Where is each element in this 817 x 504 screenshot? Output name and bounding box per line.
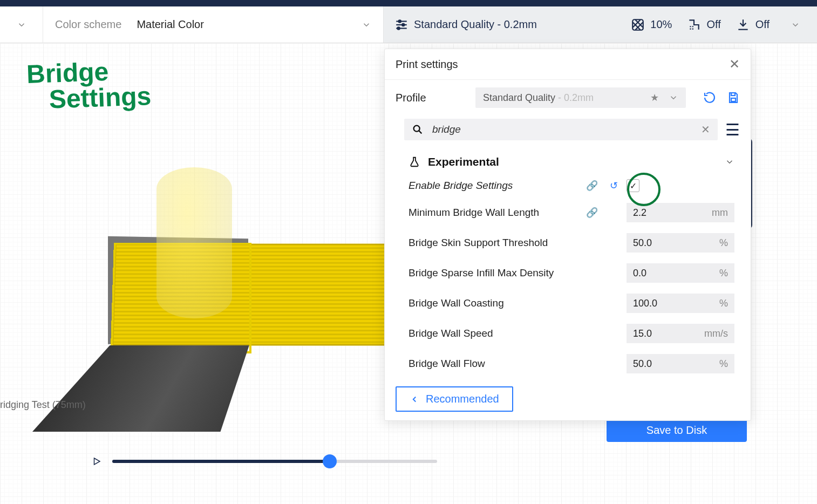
setting-row: Minimum Bridge Wall Length🔗2.2mm (409, 197, 734, 228)
search-icon (412, 124, 424, 135)
timeline-track[interactable] (112, 460, 437, 463)
panel-header: Print settings ✕ (385, 49, 751, 80)
view-dropdown[interactable] (0, 6, 43, 43)
setting-label: Enable Bridge Settings (409, 180, 579, 192)
setting-value: 0.0 (633, 268, 646, 279)
handwritten-annotation: Bridge Settings (26, 57, 152, 113)
profile-dropdown[interactable]: Standard Quality - 0.2mm ★ (475, 87, 686, 108)
flask-icon (409, 156, 420, 168)
timeline-fill (112, 460, 330, 463)
value-input[interactable]: 50.0% (627, 354, 734, 373)
setting-value: 50.0 (633, 237, 652, 249)
setting-value: 100.0 (633, 298, 657, 309)
reset-icon[interactable] (703, 91, 716, 104)
infill-indicator[interactable]: 10% (631, 18, 672, 32)
sliders-icon (394, 18, 409, 32)
setting-value: 2.2 (633, 207, 646, 219)
value-input[interactable]: 50.0% (627, 233, 734, 253)
svg-rect-6 (633, 19, 644, 30)
toolbar-right: Standard Quality - 0.2mm 10% Off Off (384, 6, 817, 43)
reset-icon[interactable]: ↺ (605, 180, 622, 192)
annotation-line2: Settings (49, 83, 152, 113)
clear-search-icon[interactable]: ✕ (701, 123, 710, 136)
settings-list: Enable Bridge Settings🔗↺✓Minimum Bridge … (409, 174, 734, 378)
color-scheme-label: Color scheme (55, 18, 121, 31)
chevron-down-icon (669, 93, 678, 103)
setting-row: Enable Bridge Settings🔗↺✓ (409, 174, 734, 197)
setting-value: 50.0 (633, 358, 652, 370)
value-input[interactable]: 2.2mm (627, 203, 734, 222)
recommended-label: Recommended (426, 393, 499, 405)
infill-icon (631, 18, 645, 32)
layer-timeline (92, 457, 437, 466)
play-icon[interactable] (92, 457, 101, 466)
setting-row: Bridge Wall Flow50.0% (409, 349, 734, 378)
color-scheme-dropdown[interactable]: Color scheme Material Color (43, 18, 383, 31)
panel-title: Print settings (396, 58, 458, 71)
model-plinth-side (32, 345, 254, 432)
quality-selector[interactable]: Standard Quality - 0.2mm (394, 18, 616, 32)
timeline-handle[interactable] (323, 454, 337, 468)
value-input[interactable]: 15.0mm/s (627, 324, 734, 343)
setting-unit: mm (712, 207, 728, 219)
chevron-down-icon (725, 157, 734, 167)
search-input[interactable] (432, 124, 692, 135)
setting-unit: mm/s (704, 328, 728, 339)
svg-point-1 (399, 20, 401, 22)
recommended-button[interactable]: Recommended (396, 386, 513, 412)
setting-row: Bridge Wall Speed15.0mm/s (409, 318, 734, 349)
quality-label: Standard Quality - 0.2mm (414, 18, 537, 31)
search-row: ✕ ☰ (385, 115, 751, 147)
star-icon[interactable]: ★ (650, 92, 659, 104)
window-titlebar (0, 0, 817, 6)
link-icon[interactable]: 🔗 (583, 180, 601, 192)
panel-footer: Recommended (385, 378, 751, 420)
support-indicator[interactable]: Off (687, 18, 720, 32)
print-settings-panel: Print settings ✕ Profile Standard Qualit… (384, 49, 751, 421)
model-bridge-layers (112, 244, 396, 346)
setting-unit: % (719, 298, 728, 309)
object-name-label: ridging Test (75mm) (0, 399, 86, 411)
section-header-experimental[interactable]: Experimental (409, 150, 734, 174)
save-profile-icon[interactable] (727, 91, 740, 104)
hamburger-menu-icon[interactable]: ☰ (725, 120, 740, 139)
chevron-down-icon (791, 20, 800, 30)
value-input[interactable]: 100.0% (627, 294, 734, 313)
svg-point-3 (402, 23, 404, 25)
save-to-disk-button[interactable]: Save to Disk (607, 418, 747, 442)
checkbox[interactable]: ✓ (627, 179, 639, 192)
model-preview (32, 194, 383, 432)
support-icon (687, 18, 701, 32)
value-input[interactable]: 0.0% (627, 263, 734, 283)
setting-unit: % (719, 237, 728, 249)
toolbar: Color scheme Material Color Standard Qua… (0, 6, 817, 43)
toolbar-left: Color scheme Material Color (0, 6, 384, 43)
search-box[interactable]: ✕ (404, 119, 718, 140)
setting-label: Minimum Bridge Wall Length (409, 207, 579, 219)
svg-rect-11 (731, 93, 735, 96)
chevron-down-icon (17, 20, 26, 30)
setting-label: Bridge Wall Speed (409, 328, 579, 339)
section-title: Experimental (428, 155, 499, 168)
adhesion-icon (736, 18, 750, 32)
profile-row: Profile Standard Quality - 0.2mm ★ (385, 80, 751, 115)
svg-line-14 (419, 131, 421, 133)
adhesion-value: Off (755, 18, 770, 31)
setting-unit: % (719, 268, 728, 279)
toolbar-expand[interactable] (785, 20, 806, 30)
profile-actions (703, 91, 740, 104)
setting-label: Bridge Skin Support Threshold (409, 237, 579, 249)
setting-unit: % (719, 358, 728, 370)
setting-row: Bridge Skin Support Threshold50.0% (409, 228, 734, 258)
setting-value: 15.0 (633, 328, 652, 339)
setting-label: Bridge Sparse Infill Max Density (409, 267, 579, 279)
adhesion-indicator[interactable]: Off (736, 18, 770, 32)
setting-label: Bridge Wall Flow (409, 358, 579, 370)
setting-label: Bridge Wall Coasting (409, 297, 579, 309)
model-cylinder (156, 167, 232, 318)
close-icon[interactable]: ✕ (729, 57, 740, 72)
svg-marker-10 (94, 458, 100, 465)
link-icon[interactable]: 🔗 (583, 207, 601, 219)
svg-point-5 (397, 27, 399, 29)
settings-section: Experimental Enable Bridge Settings🔗↺✓Mi… (385, 147, 751, 378)
